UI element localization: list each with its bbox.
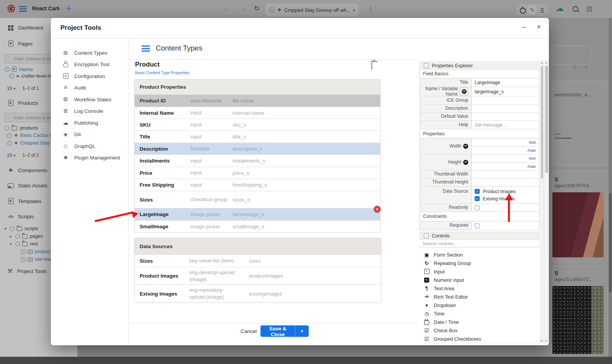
tool-nav-plugin-management[interactable]: ❖ Plugin Management <box>51 153 129 162</box>
height-max-input[interactable]: max <box>472 162 539 170</box>
cancel-button[interactable]: Cancel <box>241 328 257 334</box>
apps-launcher-icon[interactable] <box>586 6 592 12</box>
modal-scrollbar-thumb[interactable] <box>545 66 548 173</box>
datasource-row-product-images[interactable]: Product Images img-desktop-upload (image… <box>135 267 381 285</box>
control-check-box[interactable]: ☑ Check Box <box>420 326 539 335</box>
field-row-product-id[interactable]: Product ID auto-filename file-name <box>135 95 380 107</box>
global-menu-icon[interactable] <box>19 6 27 12</box>
tool-nav-configuration[interactable]: ⚙ Configuration <box>51 71 129 81</box>
refresh-icon[interactable]: ↻ <box>254 4 260 13</box>
controls-search-input[interactable] <box>420 240 539 247</box>
checkbox-unchecked-icon[interactable] <box>475 205 480 210</box>
tool-nav-encryption[interactable]: Encryption Tool <box>51 59 129 69</box>
control-text-area[interactable]: ¶ Text Area <box>420 284 539 292</box>
page-size[interactable]: 10 <box>7 86 12 91</box>
save-options-chevron-icon[interactable]: ▼ <box>295 325 309 337</box>
tree-item-scripts-rest[interactable]: ▾ rest <box>10 241 38 247</box>
site-name[interactable]: React Cart <box>32 5 59 11</box>
tool-nav-graphql[interactable]: ◇ GraphQL <box>51 141 129 151</box>
radio-icon[interactable] <box>15 234 20 239</box>
caret-right-icon[interactable]: ▸ <box>10 234 13 238</box>
content-types-menu-icon[interactable] <box>142 46 150 52</box>
tool-nav-log-console[interactable]: ≣ Log Console <box>51 106 129 116</box>
modal-scrollbar[interactable]: ▲ ▼ <box>544 60 549 343</box>
tool-nav-workflow-states[interactable]: ⚙ Workflow States <box>51 94 129 104</box>
tool-nav-audit[interactable]: ≡ Audit <box>51 83 129 93</box>
panel-scrollbar-thumb[interactable] <box>541 66 543 179</box>
page-size-chevron-icon[interactable]: ▾ <box>13 86 15 91</box>
field-row-internal-name[interactable]: Internal Name input internal-name <box>135 107 380 119</box>
field-row-description[interactable]: Description textarea description_t <box>135 143 380 155</box>
scroll-down-icon[interactable]: ▼ <box>544 340 548 342</box>
delete-field-icon[interactable]: × <box>374 206 381 213</box>
sidebar-item-components[interactable]: ❖ Components <box>8 167 47 173</box>
control-rich-text-editor[interactable]: </> Rich Text Editor <box>420 292 539 301</box>
radio-icon[interactable] <box>5 126 9 130</box>
edit-mode-button[interactable]: ✎ <box>527 5 537 15</box>
scroll-down-icon[interactable]: ▼ <box>540 340 543 342</box>
field-row-sizes[interactable]: Sizes checkbox-group sizes_o <box>135 191 380 208</box>
description-input[interactable] <box>472 105 539 112</box>
crafter-logo-icon[interactable]: ⚙ C <box>6 3 18 15</box>
checkbox-unchecked-icon[interactable] <box>475 223 480 228</box>
tree-item-sitemap-script[interactable]: ! Gr site-map. <box>21 257 54 262</box>
caret-down-icon[interactable]: ▾ <box>5 227 8 231</box>
sidebar-item-dashboard[interactable]: Dashboard <box>8 25 43 31</box>
control-grouped-checkboxes[interactable]: ☑ Grouped Checkboxes <box>420 335 539 343</box>
forward-icon[interactable]: → <box>241 5 247 13</box>
sidebar-item-project-tools[interactable]: ⚒ Project Tools <box>7 268 47 275</box>
variable-name-input[interactable]: largeImage_s <box>472 87 539 96</box>
field-row-installments[interactable]: Installments input installments_s <box>135 155 380 167</box>
controls-header[interactable]: − Controls <box>420 232 539 240</box>
radio-icon[interactable] <box>10 226 15 231</box>
page-size-chevron-icon[interactable]: ▾ <box>13 153 15 158</box>
default-value-input[interactable] <box>472 113 539 120</box>
save-close-button[interactable]: Save & Close <box>260 325 295 337</box>
datasource-row-exising-images[interactable]: Exising Images img-repository-upload (im… <box>135 285 381 302</box>
address-bar[interactable]: ! ❖ Cropped Stay Groovy off wh… ▾ <box>265 3 359 16</box>
page-options-kebab-icon[interactable]: ⋮ <box>367 5 374 13</box>
control-repeating-group[interactable]: ↻ Repeating Group <box>420 259 539 267</box>
power-icon[interactable] <box>520 8 526 14</box>
properties-explorer-header[interactable]: − Properties Explorer <box>420 62 539 70</box>
control-input[interactable]: ✎ Input <box>420 267 539 276</box>
control-time[interactable]: ◷ Time <box>420 309 539 318</box>
field-row-title[interactable]: Title input title_s <box>135 131 380 143</box>
tree-item-scripts-root[interactable]: ▾ scripts <box>5 226 38 231</box>
sidebar-item-static-assets[interactable]: Static Assets <box>8 183 47 188</box>
ice-group-input[interactable] <box>472 96 539 104</box>
page-size[interactable]: 10 <box>7 153 12 158</box>
basic-properties-link[interactable]: Basic Content Type Properties <box>135 70 189 75</box>
tree-item-products-folder[interactable]: products <box>5 125 38 131</box>
address-chevron-down-icon[interactable]: ▾ <box>353 8 355 12</box>
field-row-free-shipping[interactable]: Free Shipping input freeShipping_s <box>135 179 380 191</box>
tree-item-scripts-pages[interactable]: ▸ pages <box>10 234 43 239</box>
bg-scrollbar[interactable] <box>609 18 612 357</box>
datasource-row-sizes[interactable]: Sizes key-value-list (item) sizes <box>135 255 381 267</box>
site-chevron-down-icon[interactable]: ▾ <box>58 7 60 11</box>
width-min-input[interactable]: min <box>472 138 539 146</box>
swap-icon[interactable]: ⇄ <box>463 160 468 165</box>
field-row-price[interactable]: Price input price_s <box>135 167 380 179</box>
help-message-input[interactable]: Set message... <box>472 121 539 129</box>
swap-icon[interactable]: ⇄ <box>463 144 468 149</box>
field-row-sku[interactable]: SKU input sku_s <box>135 119 380 131</box>
scroll-up-icon[interactable]: ▲ <box>544 62 548 64</box>
tool-nav-content-types[interactable]: ⊞ Content Types <box>51 48 129 58</box>
thumbnail-width-input[interactable] <box>472 171 539 178</box>
checkbox-checked-icon[interactable]: ✓ <box>475 189 480 194</box>
bg-scrollbar-thumb[interactable] <box>609 193 612 292</box>
field-row-large-image[interactable]: LargeImage image-picker largeImage_s <box>135 208 380 221</box>
width-max-input[interactable]: max <box>472 146 539 154</box>
radio-icon[interactable] <box>15 242 20 246</box>
tool-nav-git[interactable]: ◈ Git <box>51 129 129 139</box>
control-numeric-input[interactable]: ✎ Numeric input <box>420 276 539 284</box>
page-info-icon[interactable]: ! <box>269 7 275 13</box>
collapse-icon[interactable]: − <box>424 63 429 68</box>
help-button[interactable]: ? <box>460 88 468 96</box>
control-form-section[interactable]: ▣ Form Section <box>420 250 539 259</box>
tree-item-products-script[interactable]: ! Gr products. <box>21 249 54 254</box>
sidebar-item-templates[interactable]: Templates <box>8 198 42 204</box>
minimize-icon[interactable]: – <box>522 23 526 31</box>
close-icon[interactable]: × <box>537 23 541 31</box>
